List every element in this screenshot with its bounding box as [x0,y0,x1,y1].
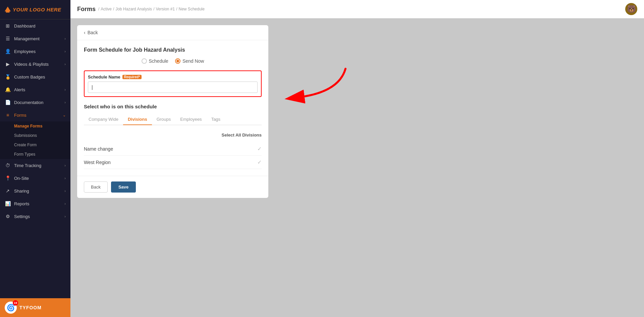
check-icon: ✓ [257,159,262,165]
forms-icon: ≡ [5,112,11,118]
chevron-right-icon: › [64,163,66,167]
settings-icon: ⚙ [5,213,11,219]
on-site-icon: 📍 [5,175,11,181]
sidebar-item-label: Alerts [14,87,64,92]
tab-employees[interactable]: Employees [175,114,206,125]
chevron-right-icon: › [64,37,66,41]
sidebar-item-dashboard[interactable]: ⊞ Dashboard [0,19,70,32]
sidebar-item-sharing[interactable]: ↗ Sharing › [0,184,70,197]
logo-area: YOUR LOGO HERE [0,0,70,19]
tab-company-wide[interactable]: Company Wide [84,114,123,125]
documentation-icon: 📄 [5,99,11,105]
videos-icon: ▶ [5,61,11,67]
alerts-icon: 🔔 [5,87,11,93]
radio-send-now-label: Send Now [182,58,204,64]
division-name: West Region [84,160,111,165]
sidebar-item-management[interactable]: ☰ Management › [0,32,70,45]
sidebar-item-manage-forms[interactable]: Manage Forms [0,121,70,131]
sidebar-item-label: Custom Badges [14,74,66,80]
chevron-right-icon: › [64,88,66,92]
sidebar-item-alerts[interactable]: 🔔 Alerts › [0,83,70,96]
chevron-right-icon: › [64,176,66,180]
sidebar-item-label: Videos & Playlists [14,62,64,67]
chevron-down-icon: ⌄ [63,113,66,117]
main-content: Forms / Active / Job Hazard Analysis / V… [70,0,644,317]
sharing-icon: ↗ [5,188,11,194]
chevron-right-icon: › [64,214,66,218]
sidebar: YOUR LOGO HERE ⊞ Dashboard ☰ Management … [0,0,70,317]
tyfoom-bar[interactable]: 🌀 19 TYFOOM [0,298,70,317]
sidebar-item-settings[interactable]: ⚙ Settings › [0,210,70,223]
sidebar-item-submissions[interactable]: Submissions [0,131,70,140]
division-row[interactable]: Name change ✓ [84,142,262,156]
schedule-tabs: Company Wide Divisions Groups Employees … [84,114,262,125]
tab-divisions[interactable]: Divisions [123,114,152,125]
dashboard-icon: ⊞ [5,23,11,29]
arrow-annotation [278,65,352,110]
card-footer: Back Save [77,176,268,198]
radio-circle-send-now [175,58,180,64]
sidebar-item-label: Settings [14,214,64,219]
sidebar-item-reports[interactable]: 📊 Reports › [0,197,70,210]
page-title: Forms [77,6,96,13]
division-row[interactable]: West Region ✓ [84,156,262,169]
sidebar-item-label: Time Tracking [14,163,64,168]
reports-icon: 📊 [5,201,11,207]
sidebar-item-label: Sharing [14,189,64,194]
sidebar-item-employees[interactable]: 👤 Employees › [0,45,70,58]
sidebar-item-label: Reports [14,201,64,206]
sidebar-item-label: Forms [14,113,63,118]
back-arrow-icon: ‹ [84,30,86,35]
logo-icon [5,7,11,13]
chevron-right-icon: › [64,202,66,206]
tyfoom-label: TYFOOM [19,305,42,310]
save-button[interactable]: Save [111,181,136,193]
schedule-name-input[interactable] [88,82,258,93]
breadcrumb-item-1: Active [101,7,112,11]
sidebar-item-label: Management [14,36,64,41]
tyfoom-icon: 🌀 19 [5,302,17,314]
form-schedule-title: Form Schedule for Job Hazard Analysis [84,47,262,53]
breadcrumb-separator: / [176,7,177,11]
breadcrumb: / Active / Job Hazard Analysis / Version… [98,7,205,11]
breadcrumb-item-4: New Schedule [179,7,205,11]
schedule-name-field-group: Schedule Name Required* [84,70,262,97]
select-all-label: Select All Divisions [222,133,262,138]
sidebar-item-label: Employees [14,49,64,54]
radio-group: Schedule Send Now [84,58,262,64]
select-all-row: Select All Divisions [84,130,262,140]
sidebar-item-time-tracking[interactable]: ⏱ Time Tracking › [0,159,70,172]
select-who-title: Select who is on this schedule [84,104,262,109]
avatar[interactable]: 🐻 [625,3,637,15]
sidebar-item-form-types[interactable]: Form Types [0,150,70,159]
sidebar-item-custom-badges[interactable]: 🏅 Custom Badges [0,70,70,83]
back-button[interactable]: Back [84,181,108,193]
radio-send-now[interactable]: Send Now [175,58,204,64]
card-body: Form Schedule for Job Hazard Analysis Sc… [77,40,268,176]
back-nav-button[interactable]: ‹ Back [77,25,268,40]
forms-sub-nav: Manage Forms Submissions Create Form For… [0,121,70,159]
back-nav-label: Back [88,30,98,35]
tab-groups[interactable]: Groups [152,114,176,125]
sidebar-item-documentation[interactable]: 📄 Documentation › [0,96,70,109]
content-area: ‹ Back Form Schedule for Job Hazard Anal… [70,18,644,317]
chevron-right-icon: › [64,189,66,193]
form-card: ‹ Back Form Schedule for Job Hazard Anal… [77,25,268,198]
sidebar-item-videos[interactable]: ▶ Videos & Playlists › [0,58,70,70]
breadcrumb-separator: / [153,7,154,11]
badges-icon: 🏅 [5,74,11,80]
sidebar-item-label: On-Site [14,176,64,181]
check-icon: ✓ [257,146,262,152]
breadcrumb-item-2: Job Hazard Analysis [115,7,152,11]
tab-tags[interactable]: Tags [207,114,225,125]
sidebar-item-label: Documentation [14,100,64,105]
breadcrumb-separator: / [113,7,114,11]
chevron-right-icon: › [64,62,66,66]
radio-circle-schedule [142,58,147,64]
sidebar-item-forms[interactable]: ≡ Forms ⌄ [0,109,70,121]
logo-text: YOUR LOGO HERE [13,7,61,12]
sidebar-item-on-site[interactable]: 📍 On-Site › [0,172,70,184]
header: Forms / Active / Job Hazard Analysis / V… [70,0,644,18]
radio-schedule[interactable]: Schedule [142,58,168,64]
sidebar-item-create-form[interactable]: Create Form [0,140,70,150]
